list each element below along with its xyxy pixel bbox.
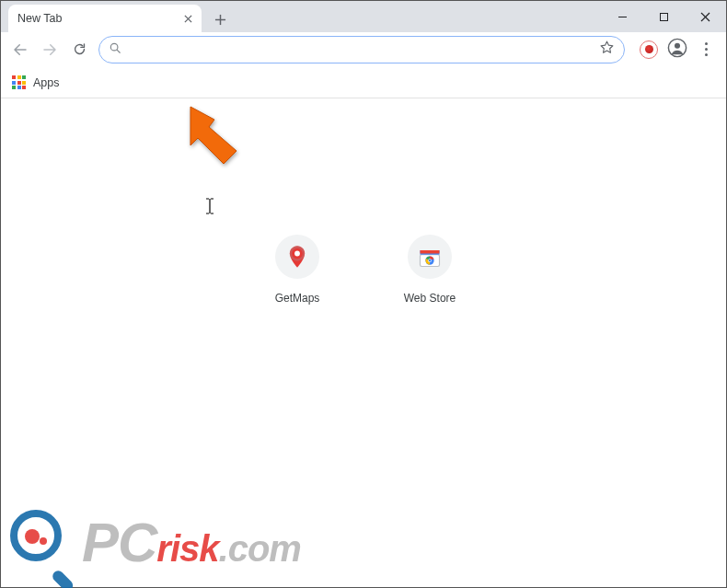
star-icon [599,40,615,55]
close-icon [700,12,710,22]
bookmark-star-button[interactable] [599,40,615,59]
toolbar [1,32,726,67]
kebab-dot [705,53,708,56]
maximize-icon [659,12,669,22]
kebab-dot [705,48,708,51]
tab-strip: New Tab [1,1,726,32]
shortcut-grid: GetMaps Web Store [255,235,472,305]
search-icon [109,41,121,58]
tab-title: New Tab [17,12,62,25]
reload-button[interactable] [65,36,93,63]
apps-label: Apps [33,76,60,89]
watermark-com: .com [219,528,301,569]
arrow-right-icon [41,41,58,58]
close-window-button[interactable] [685,1,726,32]
shortcut-label: GetMaps [275,292,320,305]
shortcut-tile [275,235,319,279]
svg-marker-18 [190,107,237,164]
back-button[interactable] [6,36,34,63]
shortcut-getmaps[interactable]: GetMaps [255,235,340,305]
extension-icon [645,45,653,53]
maximize-button[interactable] [643,1,685,32]
address-bar[interactable] [98,36,625,63]
shortcut-tile [408,235,452,279]
close-icon [184,15,192,23]
plus-icon [214,14,226,26]
text-cursor-icon [206,198,213,214]
bookmarks-bar: Apps [1,67,726,98]
menu-button[interactable] [697,36,715,63]
svg-point-12 [294,251,300,257]
minimize-icon [617,12,628,22]
shortcut-label: Web Store [404,292,456,305]
shortcut-web-store[interactable]: Web Store [387,235,472,305]
watermark-pc: PC [82,512,156,573]
magnifier-icon [10,510,76,576]
svg-line-9 [117,50,120,52]
svg-point-17 [429,259,432,262]
web-store-icon [417,244,443,270]
browser-window: New Tab [0,0,727,588]
map-pin-icon [284,244,310,270]
svg-point-11 [675,42,680,48]
reload-icon [72,41,87,57]
watermark-risk: risk [156,528,218,569]
toolbar-right [640,36,715,63]
extension-button[interactable] [640,40,658,59]
minimize-button[interactable] [602,1,643,32]
annotation-arrow-icon [178,99,251,173]
watermark: PCrisk.com [10,510,301,576]
address-input[interactable] [129,37,594,63]
new-tab-content: GetMaps Web Store [1,98,726,587]
user-icon [667,38,687,58]
forward-button[interactable] [36,36,63,63]
close-tab-button[interactable] [181,12,194,25]
apps-shortcut[interactable]: Apps [12,75,60,89]
tab-new-tab[interactable]: New Tab [8,5,202,32]
apps-icon [12,75,26,89]
new-tab-button[interactable] [207,6,233,32]
kebab-dot [705,42,708,45]
profile-button[interactable] [667,38,687,62]
window-controls [602,1,726,32]
arrow-left-icon [12,41,29,58]
svg-rect-5 [661,13,668,20]
watermark-text: PCrisk.com [82,515,301,571]
